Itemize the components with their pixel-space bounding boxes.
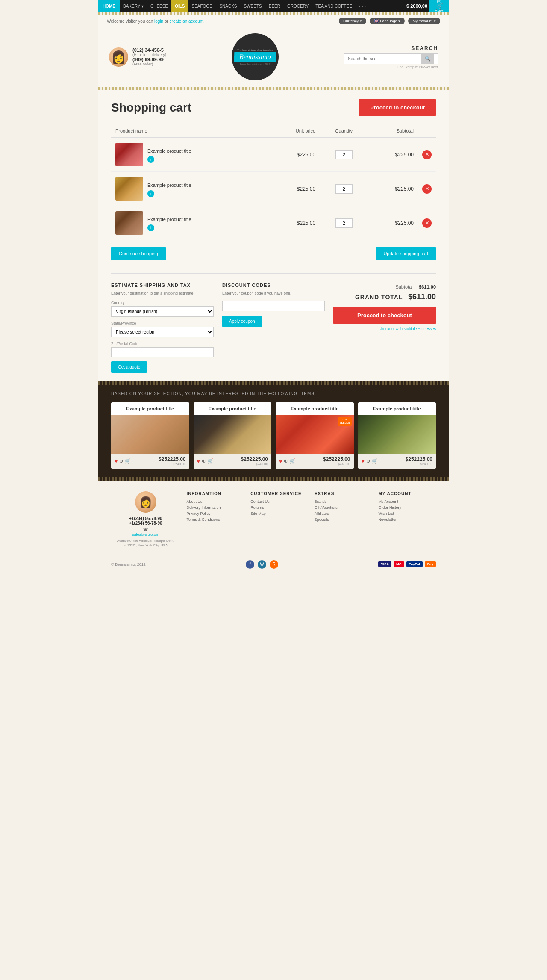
rec-product-title-1: Example product title — [111, 402, 189, 415]
avatar: 👩 — [109, 47, 128, 67]
search-input[interactable] — [344, 54, 421, 64]
nav-cheese[interactable]: CHEESE — [147, 0, 171, 12]
currency-selector[interactable]: Currency ▾ — [339, 18, 367, 24]
nav-tea[interactable]: TEA AND COFFEE — [312, 0, 356, 12]
cart-button[interactable]: (0) 🛒 CART — [429, 0, 449, 12]
footer-link-affiliates[interactable]: Affiliates — [315, 511, 372, 516]
product-image-3 — [115, 211, 143, 235]
wishlist-icon-2[interactable]: ♥ — [197, 458, 200, 464]
footer-link-sitemap[interactable]: Site Map — [250, 511, 308, 516]
footer-link-specials[interactable]: Specials — [315, 517, 372, 522]
footer-link-vouchers[interactable]: Gift Vouchers — [315, 505, 372, 510]
nav-more[interactable]: • • • — [356, 0, 369, 12]
footer-link-terms[interactable]: Terms & Conditions — [187, 517, 244, 522]
nav-seafood[interactable]: SEAFOOD — [188, 0, 216, 12]
wishlist-icon-4[interactable]: ♥ — [362, 458, 365, 464]
footer-link-wishlist[interactable]: Wish List — [378, 511, 436, 516]
nav-bakery[interactable]: BAKERY ▾ — [120, 0, 147, 12]
nav-home[interactable]: HOME — [98, 0, 120, 12]
nav-oils[interactable]: OILS — [171, 0, 188, 12]
nav-sweets[interactable]: SWEETS — [241, 0, 265, 12]
cart-add-icon-1[interactable]: 🛒 — [125, 458, 131, 464]
rec-old-price-2: $240.00 — [241, 462, 268, 466]
footer-email[interactable]: sales@site.com — [111, 532, 180, 537]
apply-coupon-btn[interactable]: Apply coupon — [222, 316, 262, 327]
estimate-shipping-section: ESTIMATE SHIPPING AND TAX Enter your des… — [111, 283, 214, 373]
update-cart-btn[interactable]: Update shopping cart — [376, 247, 436, 260]
footer-my-account: MY ACCOUNT My Account Order History Wish… — [378, 491, 436, 523]
compare-icon-3[interactable]: ⊕ — [284, 458, 288, 464]
footer-link-contact[interactable]: Contact Us — [250, 499, 308, 504]
social-wordpress-icon[interactable]: W — [258, 560, 266, 569]
delete-row-1[interactable]: ✕ — [422, 150, 432, 159]
product-info-1[interactable]: i — [147, 156, 154, 163]
language-selector[interactable]: 🇬🇧 Language ▾ — [370, 18, 405, 24]
compare-icon-4[interactable]: ⊕ — [366, 458, 370, 464]
continue-shopping-btn[interactable]: Continue shopping — [111, 247, 166, 260]
footer-link-brands[interactable]: Brands — [315, 499, 372, 504]
footer-information: INFORAMTION About Us Delivery Informatio… — [187, 491, 244, 523]
wishlist-icon-3[interactable]: ♥ — [279, 458, 282, 464]
rec-price-1: $252225.00 — [159, 456, 185, 462]
quantity-input-3[interactable] — [335, 218, 353, 228]
rec-product-1: Example product title ♥ ⊕ 🛒 $252225.00 $… — [111, 402, 189, 469]
footer-link-orderhistory[interactable]: Order History — [378, 505, 436, 510]
nav-snacks[interactable]: SNACKS — [216, 0, 240, 12]
rec-product-title-4: Example product title — [358, 402, 436, 415]
delete-row-3[interactable]: ✕ — [422, 218, 432, 228]
product-info-2[interactable]: i — [147, 190, 154, 197]
delete-row-2[interactable]: ✕ — [422, 184, 432, 194]
social-facebook-icon[interactable]: f — [246, 560, 254, 569]
country-select[interactable]: Virgin Islands (British) — [111, 306, 214, 317]
social-rss-icon[interactable]: R — [270, 560, 278, 569]
page-title: Shopping cart — [111, 101, 191, 115]
footer-link-returns[interactable]: Returns — [250, 505, 308, 510]
rec-price-4: $252225.00 — [406, 456, 432, 462]
footer-link-delivery[interactable]: Delivery Information — [187, 505, 244, 510]
cart-label: CART — [435, 10, 443, 13]
quantity-input-1[interactable] — [335, 150, 353, 159]
create-account-link[interactable]: create an account. — [170, 19, 205, 24]
nav-grocery[interactable]: GROCERY — [284, 0, 312, 12]
compare-icon-1[interactable]: ⊕ — [119, 458, 123, 464]
coupon-input[interactable] — [222, 301, 325, 311]
payment-paypal-icon: PayPal — [406, 561, 423, 567]
cart-add-icon-4[interactable]: 🛒 — [372, 458, 378, 464]
cart-add-icon-2[interactable]: 🛒 — [207, 458, 213, 464]
get-quote-btn[interactable]: Get a quote — [111, 361, 147, 373]
quantity-input-2[interactable] — [335, 184, 353, 194]
wishlist-icon-1[interactable]: ♥ — [115, 458, 118, 464]
cart-add-icon-3[interactable]: 🛒 — [289, 458, 295, 464]
product-name-3: Example product title — [147, 217, 191, 222]
rec-old-price-1: $240.00 — [159, 462, 185, 466]
search-button[interactable]: 🔍 — [421, 54, 434, 64]
my-account-button[interactable]: My Account ▾ — [408, 18, 440, 24]
cart-amount: $ 2000,00 — [406, 3, 427, 9]
rec-product-image-1 — [111, 415, 189, 454]
compare-icon-2[interactable]: ⊕ — [202, 458, 206, 464]
rec-price-2: $252225.00 — [241, 456, 268, 462]
zip-input[interactable] — [111, 347, 214, 357]
proceed-checkout-top[interactable]: Proceed to checkout — [359, 99, 436, 116]
col-product: Prooduct name — [111, 125, 267, 137]
footer-link-newsletter[interactable]: Newsletter — [378, 517, 436, 522]
discount-section: DISCOUNT CODES Enter your coupon code if… — [222, 283, 325, 373]
footer-link-myaccount[interactable]: My Account — [378, 499, 436, 504]
col-subtotal: Subtotal — [368, 125, 418, 137]
rec-product-4: Example product title ♥ ⊕ 🛒 $252225.00 $… — [358, 402, 436, 469]
footer-link-privacy[interactable]: Privacy Policy — [187, 511, 244, 516]
product-image-2 — [115, 177, 143, 201]
footer-link-about[interactable]: About Us — [187, 499, 244, 504]
login-link[interactable]: login — [154, 19, 163, 24]
col-quantity: Quantity — [320, 125, 368, 137]
payment-mastercard-icon: MC — [394, 561, 404, 567]
contact-info: (012) 34-456-5 (Hour food delivery) (999… — [132, 47, 166, 66]
rec-product-image-4 — [358, 415, 436, 454]
nav-beer[interactable]: BEER — [265, 0, 284, 12]
logo: The best vintage shop template Bennissim… — [232, 33, 279, 80]
product-info-3[interactable]: i — [147, 224, 154, 231]
welcome-text: Welcome visitor you can login or create … — [107, 19, 205, 24]
multi-address-link[interactable]: Checkout with Multiple Addresses — [333, 327, 436, 331]
proceed-checkout-bottom[interactable]: Proceed to checkout — [333, 307, 436, 324]
state-select[interactable]: Please select region Goa — [111, 327, 214, 337]
